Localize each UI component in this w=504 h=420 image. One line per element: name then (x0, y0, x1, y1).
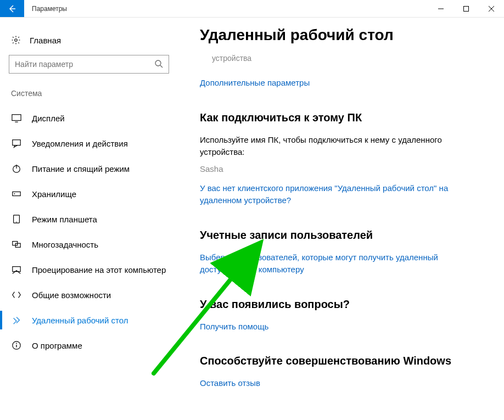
sidebar-item-about[interactable]: О программе (9, 333, 179, 358)
tablet-icon (11, 214, 22, 224)
minimize-button[interactable] (428, 0, 453, 17)
get-help-link[interactable]: Получить помощь (200, 321, 491, 333)
search-input[interactable] (15, 60, 154, 69)
section-users: Учетные записи пользователей (200, 229, 491, 242)
advanced-settings-link[interactable]: Дополнительные параметры (200, 77, 491, 89)
device-subtext: устройства (212, 54, 491, 63)
sidebar-item-storage[interactable]: Хранилище (9, 181, 179, 206)
sidebar-item-label: Общие возможности (32, 290, 111, 300)
sidebar-item-label: О программе (32, 341, 82, 350)
svg-rect-2 (464, 6, 469, 11)
titlebar: Параметры (0, 0, 504, 18)
feedback-link[interactable]: Оставить отзыв (200, 377, 491, 390)
sidebar-item-tablet[interactable]: Режим планшета (9, 206, 179, 232)
no-client-link[interactable]: У вас нет клиентского приложения "Удален… (200, 182, 463, 207)
main-content: Удаленный рабочий стол устройства Дополн… (184, 18, 504, 420)
svg-point-22 (16, 343, 17, 344)
project-icon (11, 265, 22, 275)
close-button[interactable] (479, 0, 504, 17)
sidebar-item-label: Проецирование на этот компьютер (32, 265, 166, 275)
svg-rect-8 (12, 115, 21, 121)
multitask-icon (11, 239, 22, 249)
sidebar-item-power[interactable]: Питание и спящий режим (9, 156, 179, 181)
section-improve: Способствуйте совершенствованию Windows (200, 355, 491, 367)
gear-icon (11, 35, 21, 45)
remote-icon (11, 315, 22, 325)
sidebar-item-label: Удаленный рабочий стол (32, 316, 128, 325)
svg-point-5 (15, 39, 18, 42)
maximize-button[interactable] (453, 0, 479, 17)
info-icon (11, 340, 22, 350)
sidebar-item-projecting[interactable]: Проецирование на этот компьютер (9, 257, 179, 282)
sidebar-item-label: Уведомления и действия (32, 139, 128, 148)
svg-point-6 (155, 60, 161, 66)
close-icon (489, 6, 494, 12)
sidebar-item-label: Хранилище (32, 189, 76, 199)
sidebar-item-display[interactable]: Дисплей (9, 105, 179, 131)
sidebar-item-label: Режим планшета (32, 215, 97, 224)
power-icon (11, 164, 22, 173)
sidebar-item-shared[interactable]: Общие возможности (9, 282, 179, 307)
sidebar-item-label: Многозадачность (32, 240, 98, 249)
shared-icon (11, 290, 22, 300)
svg-line-7 (160, 65, 163, 68)
pc-name: Sasha (200, 164, 491, 173)
connect-text: Используйте имя ПК, чтобы подключиться к… (200, 134, 463, 159)
sidebar-item-label: Питание и спящий режим (32, 164, 130, 173)
search-box[interactable] (9, 55, 169, 74)
section-faq: У вас появились вопросы? (200, 298, 491, 311)
maximize-icon (463, 6, 469, 12)
svg-point-14 (14, 193, 15, 194)
page-title: Удаленный рабочий стол (200, 26, 491, 44)
notifications-icon (11, 138, 22, 148)
sidebar-item-notifications[interactable]: Уведомления и действия (9, 131, 179, 156)
sidebar-item-multitask[interactable]: Многозадачность (9, 232, 179, 257)
display-icon (11, 113, 22, 123)
back-button[interactable] (0, 0, 24, 17)
sidebar: Главная Система Дисплей Уведомления и де… (9, 18, 184, 420)
sidebar-group-label: Система (9, 89, 179, 105)
sidebar-item-label: Дисплей (32, 114, 65, 123)
svg-rect-10 (13, 140, 20, 145)
select-users-link[interactable]: Выберите пользователей, которые могут по… (200, 251, 463, 276)
window-title: Параметры (24, 0, 75, 17)
home-label: Главная (30, 36, 61, 45)
sidebar-item-remote-desktop[interactable]: Удаленный рабочий стол (9, 307, 179, 333)
svg-point-16 (16, 222, 16, 222)
arrow-left-icon (8, 4, 16, 13)
svg-rect-13 (13, 192, 20, 195)
search-icon (154, 59, 163, 70)
home-nav[interactable]: Главная (9, 32, 179, 55)
section-connect: Как подключиться к этому ПК (200, 111, 491, 124)
storage-icon (11, 189, 22, 199)
minimize-icon (438, 6, 444, 12)
